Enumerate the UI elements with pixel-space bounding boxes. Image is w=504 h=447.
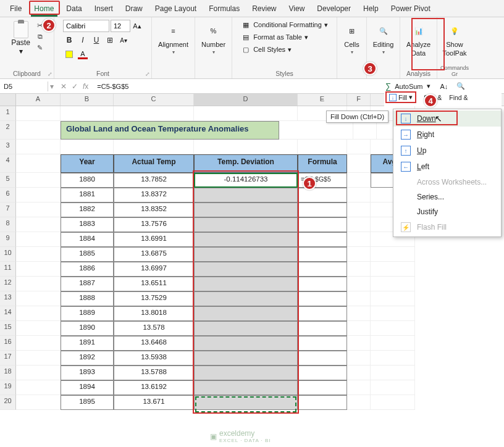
cell-deviation[interactable] <box>194 336 298 351</box>
row-header[interactable]: 18 <box>0 366 16 380</box>
cell-temp[interactable]: 13.578 <box>114 321 194 336</box>
cell-formula[interactable] <box>298 277 347 291</box>
col-header-f[interactable]: F <box>347 94 371 106</box>
cell-temp[interactable]: 13.7529 <box>114 291 194 306</box>
row-header[interactable]: 1 <box>0 106 16 121</box>
cell-temp[interactable]: 13.7576 <box>114 217 194 232</box>
cell-avg[interactable] <box>371 395 415 410</box>
tab-pagelayout[interactable]: Page Layout <box>149 2 203 15</box>
col-header-d[interactable]: D <box>194 94 298 106</box>
cell-formula[interactable] <box>298 247 347 262</box>
border-icon[interactable]: ⊞ <box>104 34 116 46</box>
find-label[interactable]: Find & <box>449 94 468 101</box>
show-toolpak-button[interactable]: 💡 Show ToolPak <box>439 20 470 59</box>
cell-formula[interactable] <box>298 291 347 306</box>
cell-deviation[interactable] <box>194 306 298 321</box>
cell-year[interactable]: 1883 <box>61 217 114 232</box>
row-header[interactable]: 6 <box>0 188 16 203</box>
cell-deviation[interactable] <box>194 395 298 410</box>
cell-temp[interactable]: 13.7852 <box>114 173 194 188</box>
cell-avg[interactable] <box>371 262 415 277</box>
cell-formula[interactable] <box>298 232 347 247</box>
cell-year[interactable]: 1888 <box>61 291 114 306</box>
tab-view[interactable]: View <box>283 2 311 15</box>
cell-formula[interactable] <box>298 306 347 321</box>
font-name-input[interactable] <box>63 20 109 32</box>
alignment-button[interactable]: ≡ Alignment ▾ <box>154 20 192 57</box>
cell-formula[interactable] <box>298 395 347 410</box>
cell-deviation[interactable] <box>194 366 298 380</box>
cell-formula[interactable] <box>298 321 347 336</box>
name-box[interactable]: D5 <box>0 81 48 91</box>
cell-year[interactable]: 1880 <box>61 173 114 188</box>
tab-data[interactable]: Data <box>60 2 88 15</box>
cell-styles-button[interactable]: ▢Cell Styles ▾ <box>240 44 329 54</box>
row-header[interactable]: 5 <box>0 173 16 188</box>
cell-deviation[interactable] <box>194 321 298 336</box>
copy-icon[interactable]: ⧉ <box>35 32 45 41</box>
row-header[interactable]: 4 <box>0 154 16 173</box>
cell-year[interactable]: 1887 <box>61 277 114 291</box>
row-header[interactable]: 3 <box>0 140 16 154</box>
decrease-font-icon[interactable]: A▾ <box>117 34 130 46</box>
cell-temp[interactable]: 13.6875 <box>114 247 194 262</box>
cell-avg[interactable] <box>371 291 415 306</box>
fill-right-item[interactable]: →Right <box>393 127 501 143</box>
row-header[interactable]: 8 <box>0 217 16 232</box>
increase-font-icon[interactable]: A▴ <box>132 20 143 32</box>
cell-temp[interactable]: 13.5788 <box>114 366 194 380</box>
col-header-e[interactable]: E <box>298 94 347 106</box>
row-header[interactable]: 15 <box>0 321 16 336</box>
cell-deviation[interactable] <box>194 247 298 262</box>
fx-icon[interactable]: fx <box>83 82 88 91</box>
cell-formula[interactable] <box>298 351 347 366</box>
cell-year[interactable]: 1892 <box>61 351 114 366</box>
fill-color-button[interactable] <box>63 48 75 61</box>
italic-button[interactable]: I <box>77 34 89 46</box>
expand-icon[interactable]: ⤢ <box>145 71 150 77</box>
fill-justify-item[interactable]: Justify <box>393 204 501 219</box>
fill-left-item[interactable]: ←Left <box>393 159 501 175</box>
col-header-b[interactable]: B <box>61 94 114 106</box>
expand-icon[interactable]: ⤢ <box>48 71 52 77</box>
row-header[interactable]: 20 <box>0 395 16 410</box>
cell-deviation[interactable] <box>194 203 298 217</box>
cell-year[interactable]: 1894 <box>61 380 114 395</box>
tab-review[interactable]: Review <box>246 2 282 15</box>
row-header[interactable]: 13 <box>0 291 16 306</box>
cell-formula[interactable] <box>298 203 347 217</box>
cell-temp[interactable]: 13.671 <box>114 395 194 410</box>
row-header[interactable]: 7 <box>0 203 16 217</box>
cell-temp[interactable]: 13.6468 <box>114 336 194 351</box>
cell-year[interactable]: 1889 <box>61 306 114 321</box>
cell-deviation[interactable] <box>194 351 298 366</box>
cell-formula[interactable] <box>298 366 347 380</box>
cell-year[interactable]: 1884 <box>61 232 114 247</box>
cell-year[interactable]: 1882 <box>61 203 114 217</box>
row-header[interactable]: 16 <box>0 336 16 351</box>
cell-formula[interactable] <box>298 217 347 232</box>
cell-deviation[interactable]: -0.114126733 <box>194 173 298 188</box>
fill-down-item[interactable]: ↓Down <box>393 111 501 127</box>
cell-year[interactable]: 1890 <box>61 321 114 336</box>
tab-file[interactable]: File <box>4 2 28 15</box>
analyze-data-button[interactable]: 📊 Analyze Data <box>403 20 434 59</box>
cell-avg[interactable] <box>371 321 415 336</box>
namebox-dropdown-icon[interactable]: ▾ <box>48 82 56 91</box>
tab-draw[interactable]: Draw <box>119 2 149 15</box>
fill-series-item[interactable]: Series... <box>393 190 501 204</box>
fill-button[interactable]: ↓ Fill▾ <box>385 91 416 103</box>
cell-deviation[interactable] <box>194 277 298 291</box>
cell-formula[interactable] <box>298 188 347 203</box>
cell-year[interactable]: 1885 <box>61 247 114 262</box>
cell-temp[interactable]: 13.8018 <box>114 306 194 321</box>
cell-temp[interactable]: 13.8352 <box>114 203 194 217</box>
format-painter-icon[interactable]: ✎ <box>35 43 45 52</box>
tab-formulas[interactable]: Formulas <box>203 2 246 15</box>
tab-home[interactable]: Home <box>28 2 60 15</box>
cell-formula[interactable] <box>298 262 347 277</box>
cell-year[interactable]: 1893 <box>61 366 114 380</box>
cell-temp[interactable]: 13.6192 <box>114 380 194 395</box>
cancel-formula-icon[interactable]: ✕ <box>61 82 67 91</box>
row-header[interactable]: 14 <box>0 306 16 321</box>
